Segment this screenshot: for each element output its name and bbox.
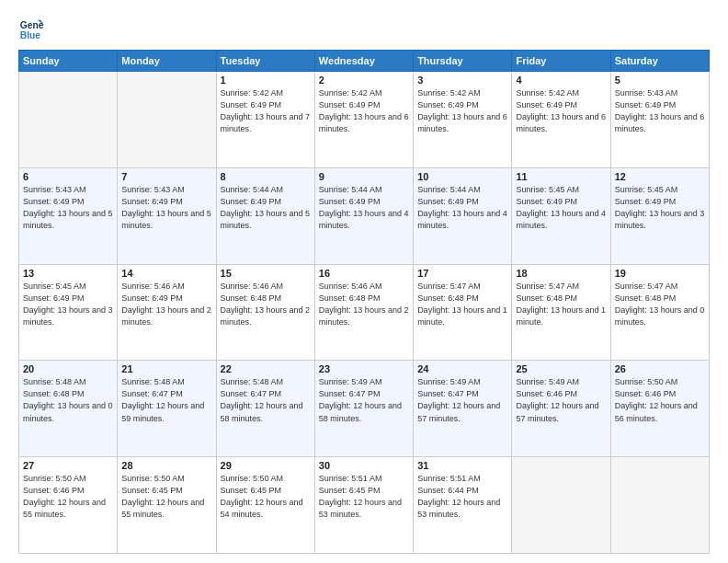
calendar-cell: 4Sunrise: 5:42 AM Sunset: 6:49 PM Daylig… [512, 72, 610, 168]
day-number: 21 [121, 363, 211, 374]
day-detail: Sunrise: 5:42 AM Sunset: 6:49 PM Dayligh… [221, 87, 311, 135]
calendar-cell: 2Sunrise: 5:42 AM Sunset: 6:49 PM Daylig… [314, 72, 413, 168]
calendar-cell: 27Sunrise: 5:50 AM Sunset: 6:46 PM Dayli… [19, 457, 118, 554]
day-detail: Sunrise: 5:45 AM Sunset: 6:49 PM Dayligh… [516, 184, 606, 232]
calendar-cell: 17Sunrise: 5:47 AM Sunset: 6:48 PM Dayli… [414, 264, 512, 361]
calendar-cell: 7Sunrise: 5:43 AM Sunset: 6:49 PM Daylig… [118, 167, 216, 264]
day-number: 8 [221, 171, 311, 182]
day-detail: Sunrise: 5:49 AM Sunset: 6:46 PM Dayligh… [516, 376, 606, 424]
calendar-cell: 28Sunrise: 5:50 AM Sunset: 6:45 PM Dayli… [118, 457, 216, 554]
day-detail: Sunrise: 5:50 AM Sunset: 6:46 PM Dayligh… [23, 473, 113, 521]
calendar-cell: 3Sunrise: 5:42 AM Sunset: 6:49 PM Daylig… [414, 72, 512, 168]
day-number: 17 [417, 268, 507, 279]
calendar-cell: 19Sunrise: 5:47 AM Sunset: 6:48 PM Dayli… [610, 264, 709, 361]
svg-text:Blue: Blue [20, 30, 41, 40]
day-number: 31 [417, 460, 507, 471]
calendar-cell: 31Sunrise: 5:51 AM Sunset: 6:44 PM Dayli… [414, 457, 512, 554]
calendar-cell: 6Sunrise: 5:43 AM Sunset: 6:49 PM Daylig… [19, 167, 118, 264]
day-number: 15 [221, 268, 311, 279]
calendar-cell: 9Sunrise: 5:44 AM Sunset: 6:49 PM Daylig… [314, 167, 413, 264]
calendar-cell: 24Sunrise: 5:49 AM Sunset: 6:47 PM Dayli… [414, 361, 512, 457]
day-detail: Sunrise: 5:42 AM Sunset: 6:49 PM Dayligh… [319, 87, 409, 135]
logo-icon: General Blue [18, 17, 44, 42]
day-number: 7 [121, 171, 211, 182]
calendar-cell: 23Sunrise: 5:49 AM Sunset: 6:47 PM Dayli… [314, 361, 413, 457]
logo: General Blue [18, 17, 44, 42]
day-detail: Sunrise: 5:42 AM Sunset: 6:49 PM Dayligh… [417, 87, 507, 135]
weekday-header: Thursday [414, 51, 512, 72]
calendar-cell: 8Sunrise: 5:44 AM Sunset: 6:49 PM Daylig… [216, 167, 314, 264]
day-detail: Sunrise: 5:50 AM Sunset: 6:45 PM Dayligh… [221, 473, 311, 521]
calendar-cell [512, 457, 610, 554]
day-number: 24 [417, 363, 507, 374]
day-detail: Sunrise: 5:47 AM Sunset: 6:48 PM Dayligh… [516, 281, 606, 328]
calendar-cell: 18Sunrise: 5:47 AM Sunset: 6:48 PM Dayli… [512, 264, 610, 361]
day-number: 3 [417, 75, 507, 86]
calendar-cell: 15Sunrise: 5:46 AM Sunset: 6:48 PM Dayli… [216, 264, 314, 361]
day-detail: Sunrise: 5:48 AM Sunset: 6:48 PM Dayligh… [23, 376, 113, 424]
calendar-cell: 12Sunrise: 5:45 AM Sunset: 6:49 PM Dayli… [610, 167, 709, 264]
day-detail: Sunrise: 5:49 AM Sunset: 6:47 PM Dayligh… [417, 376, 507, 424]
calendar-cell: 26Sunrise: 5:50 AM Sunset: 6:46 PM Dayli… [610, 361, 709, 457]
calendar: SundayMondayTuesdayWednesdayThursdayFrid… [18, 50, 710, 554]
day-number: 19 [615, 268, 705, 279]
day-detail: Sunrise: 5:48 AM Sunset: 6:47 PM Dayligh… [221, 376, 311, 424]
day-number: 14 [121, 268, 211, 279]
day-number: 29 [221, 460, 311, 471]
calendar-cell: 5Sunrise: 5:43 AM Sunset: 6:49 PM Daylig… [610, 72, 709, 168]
page: General Blue SundayMondayTuesdayWednesda… [0, 0, 728, 563]
calendar-cell: 22Sunrise: 5:48 AM Sunset: 6:47 PM Dayli… [216, 361, 314, 457]
calendar-cell: 10Sunrise: 5:44 AM Sunset: 6:49 PM Dayli… [414, 167, 512, 264]
day-number: 16 [319, 268, 409, 279]
day-number: 26 [615, 363, 705, 374]
calendar-cell [610, 457, 709, 554]
calendar-cell: 25Sunrise: 5:49 AM Sunset: 6:46 PM Dayli… [512, 361, 610, 457]
day-number: 28 [121, 460, 211, 471]
calendar-cell: 13Sunrise: 5:45 AM Sunset: 6:49 PM Dayli… [19, 264, 118, 361]
day-detail: Sunrise: 5:51 AM Sunset: 6:45 PM Dayligh… [319, 473, 409, 521]
weekday-header: Saturday [610, 51, 709, 72]
day-detail: Sunrise: 5:48 AM Sunset: 6:47 PM Dayligh… [121, 376, 211, 424]
day-number: 5 [615, 75, 705, 86]
day-detail: Sunrise: 5:45 AM Sunset: 6:49 PM Dayligh… [615, 184, 705, 232]
calendar-cell: 14Sunrise: 5:46 AM Sunset: 6:49 PM Dayli… [118, 264, 216, 361]
calendar-cell: 29Sunrise: 5:50 AM Sunset: 6:45 PM Dayli… [216, 457, 314, 554]
day-detail: Sunrise: 5:47 AM Sunset: 6:48 PM Dayligh… [417, 281, 507, 328]
day-detail: Sunrise: 5:44 AM Sunset: 6:49 PM Dayligh… [221, 184, 311, 232]
weekday-header: Monday [118, 51, 216, 72]
weekday-header: Wednesday [314, 51, 413, 72]
day-detail: Sunrise: 5:43 AM Sunset: 6:49 PM Dayligh… [615, 87, 705, 135]
weekday-header: Friday [512, 51, 610, 72]
day-number: 11 [516, 171, 606, 182]
day-detail: Sunrise: 5:50 AM Sunset: 6:46 PM Dayligh… [615, 376, 705, 424]
day-number: 12 [615, 171, 705, 182]
day-number: 25 [516, 363, 606, 374]
calendar-cell: 16Sunrise: 5:46 AM Sunset: 6:48 PM Dayli… [314, 264, 413, 361]
day-number: 22 [221, 363, 311, 374]
calendar-cell [118, 72, 216, 168]
calendar-cell: 1Sunrise: 5:42 AM Sunset: 6:49 PM Daylig… [216, 72, 314, 168]
weekday-header: Sunday [19, 51, 118, 72]
day-number: 2 [319, 75, 409, 86]
calendar-cell: 11Sunrise: 5:45 AM Sunset: 6:49 PM Dayli… [512, 167, 610, 264]
day-number: 23 [319, 363, 409, 374]
day-detail: Sunrise: 5:43 AM Sunset: 6:49 PM Dayligh… [121, 184, 211, 232]
day-detail: Sunrise: 5:43 AM Sunset: 6:49 PM Dayligh… [23, 184, 113, 232]
day-number: 30 [319, 460, 409, 471]
day-number: 20 [23, 363, 113, 374]
day-number: 27 [23, 460, 113, 471]
day-detail: Sunrise: 5:45 AM Sunset: 6:49 PM Dayligh… [23, 281, 113, 328]
calendar-cell: 30Sunrise: 5:51 AM Sunset: 6:45 PM Dayli… [314, 457, 413, 554]
day-detail: Sunrise: 5:44 AM Sunset: 6:49 PM Dayligh… [417, 184, 507, 232]
day-number: 13 [23, 268, 113, 279]
day-detail: Sunrise: 5:46 AM Sunset: 6:48 PM Dayligh… [221, 281, 311, 328]
day-number: 10 [417, 171, 507, 182]
day-number: 9 [319, 171, 409, 182]
day-detail: Sunrise: 5:47 AM Sunset: 6:48 PM Dayligh… [615, 281, 705, 328]
calendar-cell: 21Sunrise: 5:48 AM Sunset: 6:47 PM Dayli… [118, 361, 216, 457]
day-detail: Sunrise: 5:50 AM Sunset: 6:45 PM Dayligh… [121, 473, 211, 521]
day-detail: Sunrise: 5:49 AM Sunset: 6:47 PM Dayligh… [319, 376, 409, 424]
day-number: 4 [516, 75, 606, 86]
day-number: 18 [516, 268, 606, 279]
calendar-cell [19, 72, 118, 168]
